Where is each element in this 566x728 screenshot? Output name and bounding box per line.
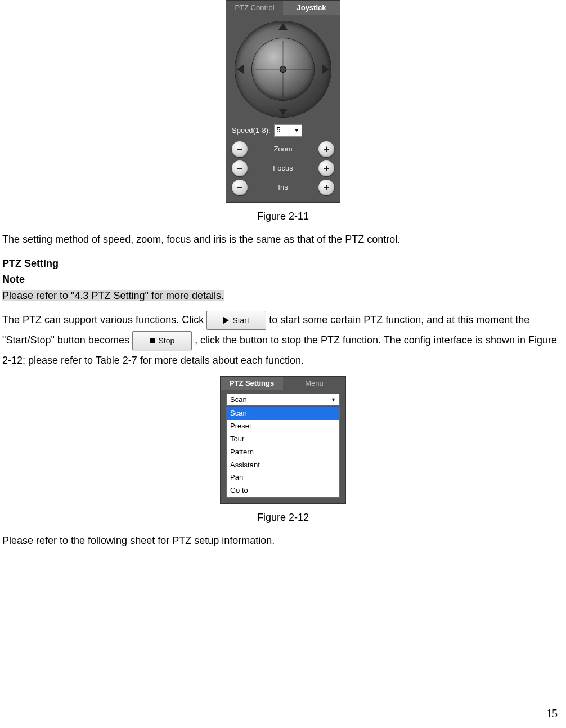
paragraph: The setting method of speed, zoom, focus… bbox=[2, 231, 564, 248]
stop-button-label: Stop bbox=[159, 333, 175, 349]
tab-ptz-control[interactable]: PTZ Control bbox=[226, 1, 283, 15]
option-assistant[interactable]: Assistant bbox=[227, 459, 339, 472]
option-pan[interactable]: Pan bbox=[227, 471, 339, 484]
focus-label: Focus bbox=[248, 163, 318, 175]
option-goto[interactable]: Go to bbox=[227, 484, 339, 497]
paragraph: The PTZ can support various functions. C… bbox=[2, 310, 564, 371]
option-preset[interactable]: Preset bbox=[227, 420, 339, 433]
paragraph: Please refer to the following sheet for … bbox=[2, 533, 564, 549]
ptz-joystick-panel: PTZ Control Joystick Speed(1-8): 5 ▼ bbox=[226, 0, 340, 203]
function-select-value: Scan bbox=[230, 394, 247, 406]
zoom-label: Zoom bbox=[248, 144, 318, 155]
chevron-down-icon: ▼ bbox=[331, 396, 336, 404]
iris-minus-button[interactable]: − bbox=[232, 180, 248, 195]
function-select[interactable]: Scan ▼ bbox=[226, 394, 340, 406]
joystick-up-arrow[interactable] bbox=[278, 23, 288, 30]
heading-note: Note bbox=[2, 271, 564, 288]
option-tour[interactable]: Tour bbox=[227, 433, 339, 446]
speed-label: Speed(1-8): bbox=[232, 125, 271, 137]
start-button[interactable]: Start bbox=[206, 311, 266, 330]
start-button-label: Start bbox=[232, 312, 249, 328]
ptz-settings-panel: PTZ Settings Menu Scan ▼ Scan Preset Tou… bbox=[220, 376, 346, 504]
note-text: Please refer to "4.3 PTZ Setting" for mo… bbox=[2, 290, 224, 301]
joystick-left-arrow[interactable] bbox=[237, 65, 244, 74]
tab-menu[interactable]: Menu bbox=[283, 377, 345, 390]
chevron-down-icon: ▼ bbox=[294, 127, 299, 135]
iris-plus-button[interactable]: + bbox=[318, 180, 334, 195]
joystick-down-arrow[interactable] bbox=[278, 109, 288, 115]
option-pattern[interactable]: Pattern bbox=[227, 446, 339, 459]
function-option-list: Scan Preset Tour Pattern Assistant Pan G… bbox=[226, 407, 340, 498]
text: The PTZ can support various functions. C… bbox=[2, 314, 206, 325]
figure-caption-2-11: Figure 2-11 bbox=[2, 208, 564, 225]
page-number: 15 bbox=[546, 704, 558, 722]
speed-select[interactable]: 5 ▼ bbox=[274, 124, 302, 137]
joystick-control[interactable] bbox=[232, 19, 334, 120]
stop-icon bbox=[150, 338, 155, 343]
zoom-plus-button[interactable]: + bbox=[318, 141, 334, 157]
tab-ptz-settings[interactable]: PTZ Settings bbox=[221, 377, 283, 390]
tab-joystick[interactable]: Joystick bbox=[283, 1, 340, 15]
iris-label: Iris bbox=[248, 182, 318, 194]
focus-minus-button[interactable]: − bbox=[232, 160, 248, 176]
joystick-center bbox=[280, 66, 286, 72]
option-scan[interactable]: Scan bbox=[227, 407, 339, 420]
focus-plus-button[interactable]: + bbox=[318, 160, 334, 176]
speed-value: 5 bbox=[277, 125, 281, 136]
zoom-minus-button[interactable]: − bbox=[232, 141, 248, 157]
play-icon bbox=[223, 317, 229, 324]
stop-button[interactable]: Stop bbox=[132, 331, 192, 350]
heading-ptz-setting: PTZ Setting bbox=[2, 256, 564, 272]
figure-caption-2-12: Figure 2-12 bbox=[2, 510, 564, 526]
joystick-right-arrow[interactable] bbox=[322, 65, 329, 74]
